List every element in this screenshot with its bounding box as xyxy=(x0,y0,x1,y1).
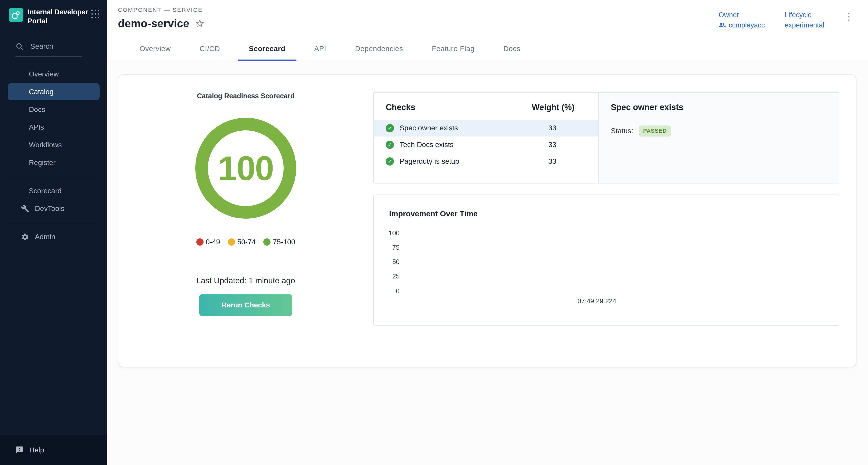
scorecard-details: Checks Weight (%) ✓ Spec owner exists 33… xyxy=(373,75,856,367)
score-gauge: 100 xyxy=(195,118,296,219)
title-row: demo-service xyxy=(118,17,205,30)
owner-value: ccmplayacc xyxy=(728,21,765,29)
owner-label: Owner xyxy=(719,11,765,19)
score-value: 100 xyxy=(218,149,274,188)
entity-header-left: COMPONENT — SERVICE demo-service xyxy=(118,7,205,30)
tab-api[interactable]: API xyxy=(303,36,337,61)
sidebar-item-admin[interactable]: Admin xyxy=(8,228,100,245)
sidebar-divider xyxy=(8,223,100,223)
app-window: Internal Developer Portal Search Overvie… xyxy=(0,0,868,465)
y-axis-tick: 100 xyxy=(374,229,400,237)
lifecycle-value: experimental xyxy=(784,21,824,29)
checks-list-header: Checks Weight (%) xyxy=(374,103,598,120)
scorecard-title: Catalog Readiness Scorecard xyxy=(197,92,294,100)
check-detail-title: Spec owner exists xyxy=(611,103,827,112)
check-circle-icon: ✓ xyxy=(386,157,394,165)
search-icon xyxy=(16,42,24,51)
legend-dot-amber xyxy=(228,239,235,246)
sidebar: Internal Developer Portal Search Overvie… xyxy=(0,0,107,465)
sidebar-logo-row: Internal Developer Portal xyxy=(0,0,107,26)
sidebar-item-overview[interactable]: Overview xyxy=(8,65,100,83)
y-axis-tick: 0 xyxy=(374,287,400,295)
owner-block[interactable]: Owner ccmplayacc xyxy=(719,11,765,29)
wrench-icon xyxy=(21,205,29,213)
search-label: Search xyxy=(31,42,53,51)
scorecard-card: Catalog Readiness Scorecard 100 0-49 50-… xyxy=(118,74,856,367)
entity-header: COMPONENT — SERVICE demo-service Owner xyxy=(107,0,868,30)
sidebar-item-workflows[interactable]: Workflows xyxy=(8,136,100,153)
sidebar-item-scorecard[interactable]: Scorecard xyxy=(8,182,100,199)
gear-icon xyxy=(21,233,29,241)
main-area: COMPONENT — SERVICE demo-service Owner xyxy=(107,0,868,465)
sidebar-search[interactable]: Search xyxy=(16,42,82,57)
sidebar-item-catalog[interactable]: Catalog xyxy=(8,83,100,100)
legend-dot-green xyxy=(263,239,271,246)
sidebar-nav: Overview Catalog Docs APIs Workflows Reg… xyxy=(0,65,107,246)
check-detail-panel: Spec owner exists Status: PASSED xyxy=(598,93,839,183)
x-axis-label: 07:49:29.224 xyxy=(578,298,616,305)
checks-list: Checks Weight (%) ✓ Spec owner exists 33… xyxy=(374,93,598,183)
tab-cicd[interactable]: CI/CD xyxy=(188,36,231,61)
legend-dot-red xyxy=(196,239,204,246)
check-status-row: Status: PASSED xyxy=(611,125,827,136)
checks-panel: Checks Weight (%) ✓ Spec owner exists 33… xyxy=(373,92,839,184)
check-row-pagerduty[interactable]: ✓ Pagerduty is setup 33 xyxy=(374,153,598,169)
check-circle-icon: ✓ xyxy=(386,124,394,132)
last-updated-text: Last Updated: 1 minute ago xyxy=(196,276,295,285)
y-axis-tick: 75 xyxy=(374,244,400,251)
tab-dependencies[interactable]: Dependencies xyxy=(344,36,414,61)
sidebar-item-devtools[interactable]: DevTools xyxy=(8,200,100,217)
legend-item-low: 0-49 xyxy=(196,238,220,246)
apps-grid-icon[interactable] xyxy=(91,10,100,18)
status-label: Status: xyxy=(611,127,633,135)
help-chat-icon xyxy=(16,446,24,454)
rerun-checks-button[interactable]: Rerun Checks xyxy=(199,294,292,316)
entity-kind-breadcrumb: COMPONENT — SERVICE xyxy=(118,7,205,13)
sidebar-divider xyxy=(8,177,100,177)
idp-logo-icon xyxy=(9,8,23,22)
entity-header-right: Owner ccmplayacc Lifecycle experimental xyxy=(719,7,857,30)
page-title: demo-service xyxy=(118,17,189,30)
tab-scorecard[interactable]: Scorecard xyxy=(238,36,297,61)
people-icon xyxy=(719,22,726,29)
checks-column-header: Checks xyxy=(386,103,532,112)
score-legend: 0-49 50-74 75-100 xyxy=(196,238,295,246)
sidebar-spacer xyxy=(0,246,107,435)
tab-feature-flag[interactable]: Feature Flag xyxy=(421,36,486,61)
weight-column-header: Weight (%) xyxy=(532,103,587,112)
legend-item-mid: 50-74 xyxy=(228,238,256,246)
tab-overview[interactable]: Overview xyxy=(128,36,182,61)
entity-tabs: Overview CI/CD Scorecard API Dependencie… xyxy=(107,36,868,61)
y-axis-tick: 25 xyxy=(374,273,400,280)
check-row-spec-owner[interactable]: ✓ Spec owner exists 33 xyxy=(374,120,598,136)
improvement-chart-panel: Improvement Over Time 100 75 50 25 0 07:… xyxy=(373,194,839,326)
sidebar-item-help[interactable]: Help xyxy=(0,435,107,465)
content-area: Catalog Readiness Scorecard 100 0-49 50-… xyxy=(107,61,868,465)
scorecard-summary: Catalog Readiness Scorecard 100 0-49 50-… xyxy=(118,75,373,367)
lifecycle-label: Lifecycle xyxy=(784,11,824,19)
kebab-menu-icon[interactable]: ⋮ xyxy=(841,11,857,23)
sidebar-item-apis[interactable]: APIs xyxy=(8,119,100,136)
sidebar-item-docs[interactable]: Docs xyxy=(8,101,100,118)
tab-docs[interactable]: Docs xyxy=(492,36,531,61)
y-axis-tick: 50 xyxy=(374,258,400,266)
sidebar-item-register[interactable]: Register xyxy=(8,154,100,171)
lifecycle-block[interactable]: Lifecycle experimental xyxy=(784,11,824,29)
legend-item-high: 75-100 xyxy=(263,238,295,246)
chart-title: Improvement Over Time xyxy=(389,209,823,218)
portal-title: Internal Developer Portal xyxy=(28,8,91,26)
status-badge: PASSED xyxy=(639,125,672,136)
check-row-tech-docs[interactable]: ✓ Tech Docs exists 33 xyxy=(374,136,598,153)
check-circle-icon: ✓ xyxy=(386,141,394,149)
owner-value-row: ccmplayacc xyxy=(719,21,765,29)
favorite-star-icon[interactable] xyxy=(195,19,205,29)
